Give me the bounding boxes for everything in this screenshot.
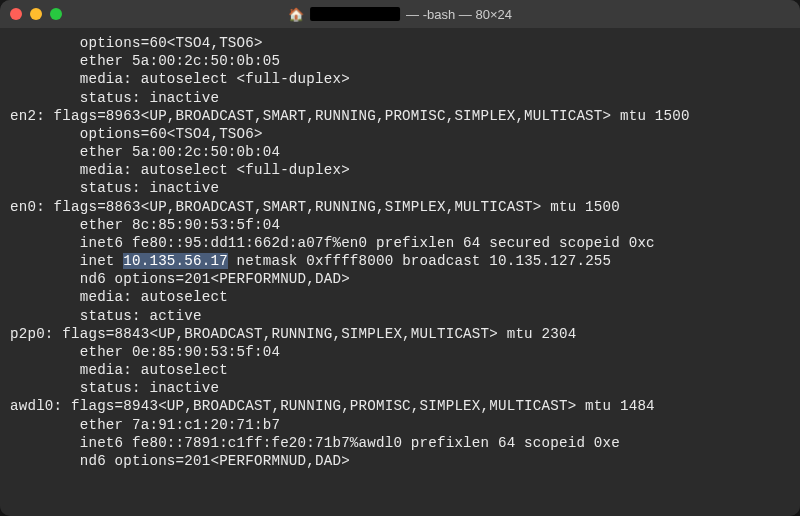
terminal-line: status: inactive xyxy=(10,89,790,107)
window-title: 🏠 — -bash — 80×24 xyxy=(288,7,512,22)
terminal-line: inet6 fe80::95:dd11:662d:a07f%en0 prefix… xyxy=(10,234,790,252)
terminal-line: status: inactive xyxy=(10,179,790,197)
terminal-line: awdl0: flags=8943<UP,BROADCAST,RUNNING,P… xyxy=(10,397,790,415)
title-suffix: — -bash — 80×24 xyxy=(406,7,512,22)
terminal-line: en2: flags=8963<UP,BROADCAST,SMART,RUNNI… xyxy=(10,107,790,125)
terminal-line: media: autoselect xyxy=(10,361,790,379)
terminal-line: status: active xyxy=(10,307,790,325)
terminal-line: options=60<TSO4,TSO6> xyxy=(10,34,790,52)
terminal-line: status: inactive xyxy=(10,379,790,397)
minimize-icon[interactable] xyxy=(30,8,42,20)
maximize-icon[interactable] xyxy=(50,8,62,20)
close-icon[interactable] xyxy=(10,8,22,20)
terminal-line: ether 5a:00:2c:50:0b:05 xyxy=(10,52,790,70)
terminal-line: p2p0: flags=8843<UP,BROADCAST,RUNNING,SI… xyxy=(10,325,790,343)
terminal-line: media: autoselect <full-duplex> xyxy=(10,161,790,179)
terminal-line: options=60<TSO4,TSO6> xyxy=(10,125,790,143)
titlebar[interactable]: 🏠 — -bash — 80×24 xyxy=(0,0,800,28)
terminal-line: nd6 options=201<PERFORMNUD,DAD> xyxy=(10,452,790,470)
redacted-username xyxy=(310,7,400,21)
terminal-line: en0: flags=8863<UP,BROADCAST,SMART,RUNNI… xyxy=(10,198,790,216)
terminal-line: ether 8c:85:90:53:5f:04 xyxy=(10,216,790,234)
traffic-lights xyxy=(10,8,62,20)
home-icon: 🏠 xyxy=(288,7,304,22)
terminal-line: inet6 fe80::7891:c1ff:fe20:71b7%awdl0 pr… xyxy=(10,434,790,452)
terminal-line: nd6 options=201<PERFORMNUD,DAD> xyxy=(10,270,790,288)
terminal-line: ether 0e:85:90:53:5f:04 xyxy=(10,343,790,361)
terminal-line: inet 10.135.56.17 netmask 0xffff8000 bro… xyxy=(10,252,790,270)
terminal-line: media: autoselect xyxy=(10,288,790,306)
terminal-output[interactable]: options=60<TSO4,TSO6> ether 5a:00:2c:50:… xyxy=(0,28,800,516)
terminal-line: ether 7a:91:c1:20:71:b7 xyxy=(10,416,790,434)
terminal-line: ether 5a:00:2c:50:0b:04 xyxy=(10,143,790,161)
selected-ip[interactable]: 10.135.56.17 xyxy=(123,253,228,269)
terminal-line: media: autoselect <full-duplex> xyxy=(10,70,790,88)
terminal-window: 🏠 — -bash — 80×24 options=60<TSO4,TSO6> … xyxy=(0,0,800,516)
